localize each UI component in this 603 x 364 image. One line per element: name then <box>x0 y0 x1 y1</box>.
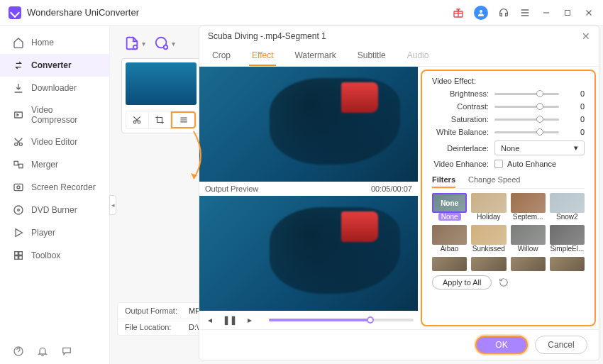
playback-time: 00:05/00:07 <box>371 184 412 193</box>
slider-brightness[interactable] <box>494 93 559 95</box>
ok-button[interactable]: OK <box>475 336 528 354</box>
sidebar-item-video-editor[interactable]: Video Editor <box>0 131 109 153</box>
trim-icon[interactable] <box>126 111 149 128</box>
tab-watermark[interactable]: Watermark <box>292 46 338 66</box>
sidebar-item-toolbox[interactable]: Toolbox <box>0 244 109 267</box>
sidebar: HomeConverterDownloaderVideo CompressorV… <box>0 26 110 364</box>
svg-rect-14 <box>19 252 23 255</box>
user-avatar-icon[interactable] <box>474 6 488 20</box>
cancel-button[interactable]: Cancel <box>535 336 587 354</box>
svg-rect-7 <box>19 164 23 167</box>
prev-frame-button[interactable]: ◂ <box>204 314 216 326</box>
output-preview-label: Output Preview <box>205 184 258 193</box>
app-title: Wondershare UniConverter <box>27 7 139 18</box>
slider-contrast[interactable] <box>494 106 559 108</box>
sidebar-item-dvd-burner[interactable]: DVD Burner <box>0 199 109 221</box>
sidebar-item-video-compressor[interactable]: Video Compressor <box>0 99 109 131</box>
sub-tab-filters[interactable]: Filters <box>432 172 455 188</box>
modal-close-icon[interactable]: ✕ <box>582 31 590 42</box>
app-logo <box>9 6 21 19</box>
slider-white-balance[interactable] <box>494 131 559 133</box>
auto-enhance-checkbox[interactable] <box>494 160 503 168</box>
sidebar-item-label: Merger <box>31 160 58 170</box>
sidebar-item-screen-recorder[interactable]: Screen Recorder <box>0 176 109 199</box>
crop-icon[interactable] <box>149 111 172 128</box>
maximize-icon[interactable] <box>562 7 573 18</box>
next-frame-button[interactable]: ▸ <box>243 314 256 326</box>
gift-icon[interactable] <box>453 7 464 18</box>
convert-icon <box>13 60 24 71</box>
filter-sunkissed[interactable]: Sunkissed <box>471 225 506 253</box>
slider-value-2: 0 <box>559 115 585 123</box>
tab-crop[interactable]: Crop <box>209 46 233 66</box>
deinterlace-select[interactable]: None▾ <box>494 140 585 155</box>
modal-title: Scuba Diving -.mp4-Segment 1 <box>208 31 326 41</box>
sidebar-item-converter[interactable]: Converter <box>0 54 109 77</box>
svg-point-9 <box>17 186 20 189</box>
filter-none[interactable]: NoneNone <box>432 193 467 221</box>
bell-icon[interactable] <box>37 346 48 357</box>
sidebar-item-label: Video Compressor <box>31 105 96 125</box>
slider-label-0: Brightness: <box>432 89 489 98</box>
sidebar-item-merger[interactable]: Merger <box>0 153 109 176</box>
sidebar-item-label: DVD Burner <box>31 205 77 215</box>
sidebar-item-downloader[interactable]: Downloader <box>0 77 109 99</box>
sidebar-item-home[interactable]: Home <box>0 31 109 54</box>
slider-label-2: Saturation: <box>432 115 489 123</box>
help-icon[interactable] <box>13 346 24 357</box>
svg-rect-6 <box>14 161 18 165</box>
add-file-button[interactable]: ▾ <box>124 35 140 51</box>
tab-effect[interactable]: Effect <box>249 46 276 66</box>
recorder-icon <box>13 182 24 193</box>
add-folder-button[interactable]: ▾ <box>154 35 170 51</box>
home-icon <box>13 37 24 48</box>
filter-holiday[interactable]: Holiday <box>471 193 506 221</box>
filter-simpleel[interactable]: SimpleEl... <box>550 225 585 253</box>
collapse-handle[interactable]: ◂ <box>109 195 116 215</box>
tab-subtitle[interactable]: Subtitle <box>355 46 389 66</box>
tab-audio: Audio <box>404 46 432 66</box>
output-preview <box>199 196 418 311</box>
compress-icon <box>13 109 24 121</box>
apply-to-all-button[interactable]: Apply to All <box>432 275 492 289</box>
svg-rect-16 <box>19 256 23 260</box>
sub-tab-change-speed[interactable]: Change Speed <box>468 172 520 188</box>
filter-septem[interactable]: Septem... <box>511 193 546 221</box>
support-icon[interactable] <box>498 7 509 18</box>
slider-value-1: 0 <box>559 102 585 111</box>
dvd-icon <box>13 204 24 216</box>
pause-button[interactable]: ❚❚ <box>223 314 236 326</box>
minimize-icon[interactable] <box>541 7 552 18</box>
toolbox-icon <box>13 250 24 261</box>
slider-label-3: White Balance: <box>432 128 489 136</box>
filter-more-3[interactable] <box>550 257 585 271</box>
svg-point-10 <box>14 206 23 214</box>
effects-panel: Video Effect: Brightness:0Contrast:0Satu… <box>421 70 596 326</box>
sidebar-item-label: Home <box>31 38 54 48</box>
merger-icon <box>13 159 24 170</box>
progress-slider[interactable] <box>269 319 414 321</box>
filter-more-2[interactable] <box>511 257 546 271</box>
deinterlace-label: Deinterlace: <box>432 144 489 153</box>
sidebar-item-player[interactable]: Player <box>0 221 109 244</box>
close-icon[interactable] <box>583 7 594 18</box>
source-preview <box>199 67 418 182</box>
menu-icon[interactable] <box>519 7 531 18</box>
feedback-icon[interactable] <box>61 346 72 357</box>
filter-willow[interactable]: Willow <box>511 225 546 253</box>
slider-value-0: 0 <box>559 89 585 98</box>
output-format-label: Output Format: <box>125 307 189 315</box>
filter-more-1[interactable] <box>471 257 506 271</box>
clip-thumbnail[interactable] <box>121 58 201 133</box>
filter-aibao[interactable]: Aibao <box>432 225 467 253</box>
effects-menu-icon[interactable] <box>171 111 196 128</box>
download-icon <box>13 82 24 94</box>
filter-more-0[interactable] <box>432 257 467 271</box>
svg-rect-2 <box>565 10 570 15</box>
filter-snow2[interactable]: Snow2 <box>550 193 585 221</box>
slider-saturation[interactable] <box>494 118 559 121</box>
svg-rect-8 <box>14 184 23 190</box>
reset-icon[interactable] <box>499 277 509 287</box>
sidebar-item-label: Video Editor <box>31 137 77 147</box>
svg-marker-12 <box>16 229 22 237</box>
